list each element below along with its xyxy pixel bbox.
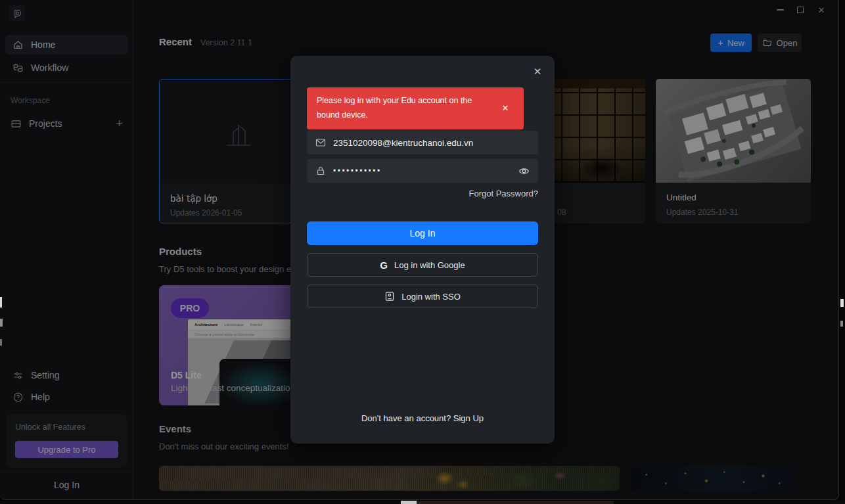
close-icon: ✕ [534, 66, 542, 78]
envelope-icon [315, 137, 326, 148]
login-button[interactable]: Log In [307, 221, 538, 245]
login-modal: ✕ Please log in with your Edu account on… [290, 56, 555, 444]
error-message: Please log in with your Edu account on t… [307, 87, 493, 129]
signup-line: Don't have an account? Sign Up [290, 413, 555, 423]
modal-close-button[interactable]: ✕ [530, 64, 545, 80]
password-masked-value: ••••••••••• [333, 166, 382, 175]
background-window-fragment [0, 339, 2, 346]
background-window-fragment [0, 319, 3, 327]
forgot-password-link[interactable]: Forgot Password? [469, 189, 539, 198]
background-window-fragment [840, 299, 844, 307]
toggle-password-visibility-button[interactable] [518, 166, 530, 177]
desktop-right-edge [840, 0, 845, 504]
taskbar-segment [417, 501, 614, 504]
sso-button-label: Login with SSO [401, 292, 461, 302]
error-dismiss-button[interactable]: ✕ [493, 103, 517, 113]
email-field[interactable]: 2351020098@kientruchanoi.edu.vn [307, 131, 538, 154]
background-window-fragment [840, 321, 843, 327]
signup-prompt: Don't have an account? [361, 413, 453, 423]
login-with-google-button[interactable]: G Log in with Google [307, 253, 538, 277]
signup-link[interactable]: Sign Up [453, 413, 484, 423]
login-with-sso-button[interactable]: Login with SSO [307, 285, 538, 308]
sso-badge-icon [384, 291, 395, 302]
eye-icon [518, 166, 530, 177]
email-value: 2351020098@kientruchanoi.edu.vn [333, 138, 473, 148]
google-button-label: Log in with Google [394, 260, 465, 270]
password-field[interactable]: ••••••••••• [307, 159, 538, 183]
app-window: Home Workflow Workspace Projects + Se [0, 0, 839, 500]
lock-icon [315, 166, 326, 176]
background-window-fragment [0, 297, 2, 308]
error-banner: Please log in with your Edu account on t… [307, 87, 524, 129]
google-icon: G [380, 260, 388, 271]
taskbar-highlight [401, 501, 417, 504]
close-icon: ✕ [502, 103, 509, 113]
